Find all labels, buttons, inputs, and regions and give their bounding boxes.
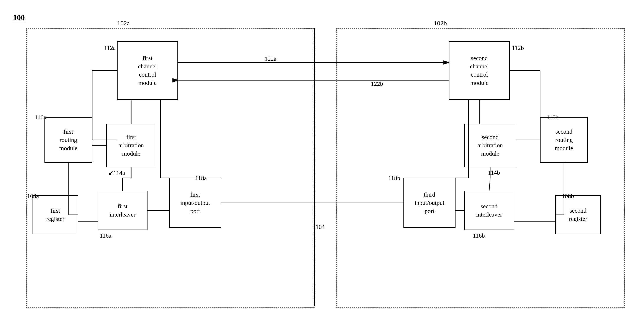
ref-114b: 114b	[488, 169, 500, 176]
second-channel-control-module: secondchannelcontrolmodule	[449, 41, 510, 100]
second-register: secondregister	[555, 195, 601, 234]
ref-118a: 118a	[195, 175, 207, 182]
ref-110b: 110b	[546, 114, 558, 121]
ref-122a: 122a	[265, 55, 276, 62]
first-interleaver: firstinterleaver	[98, 191, 148, 230]
third-io-port: thirdinput/outputport	[404, 178, 456, 228]
first-io-port: firstinput/outputport	[169, 178, 221, 228]
first-routing-module: firstroutingmodule	[44, 117, 92, 163]
ref-116b: 116b	[473, 232, 485, 239]
diagram-title: 100	[13, 13, 25, 22]
diagram: 100 102a 102b firstchannelcontrolmodule …	[13, 13, 631, 317]
ref-108a: 108a	[27, 193, 39, 200]
ref-118b: 118b	[388, 175, 400, 182]
ref-110a: 110a	[35, 114, 46, 121]
second-arbitration-module: secondarbitrationmodule	[464, 124, 516, 167]
first-arbitration-module: firstarbitrationmodule	[106, 124, 156, 167]
ref-108b: 108b	[562, 193, 574, 200]
left-module-label: 102a	[117, 20, 130, 27]
first-register: firstregister	[32, 195, 78, 234]
ref-114a: ↙114a	[108, 169, 125, 176]
ref-112a: 112a	[104, 44, 116, 52]
ref-122b: 122b	[371, 80, 383, 87]
right-module-label: 102b	[434, 20, 447, 27]
first-channel-control-module: firstchannelcontrolmodule	[117, 41, 178, 100]
second-routing-module: secondroutingmodule	[540, 117, 588, 163]
ref-116a: 116a	[100, 232, 111, 239]
ref-104: 104	[316, 224, 325, 230]
second-interleaver: secondinterleaver	[464, 191, 514, 230]
ref-112b: 112b	[512, 44, 524, 52]
